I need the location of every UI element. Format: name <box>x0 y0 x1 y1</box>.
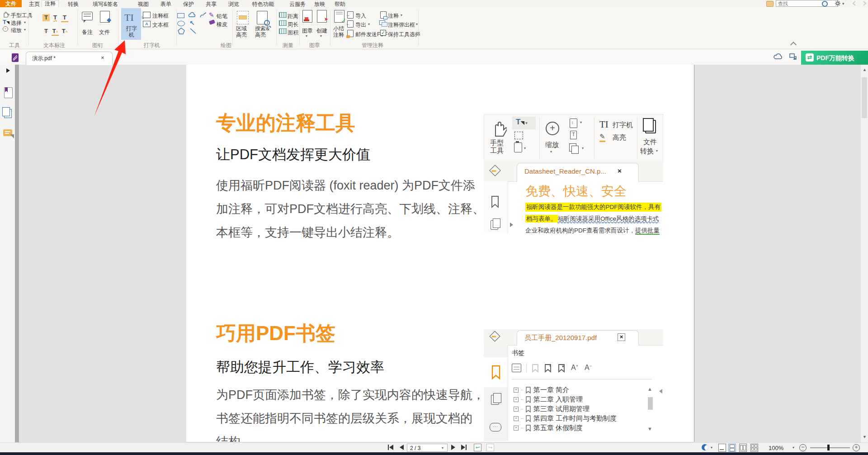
next-page-button[interactable] <box>451 445 455 450</box>
menu-fill-sign[interactable]: 填写&签名 <box>93 0 118 8</box>
export-dropdown-icon[interactable]: ▾ <box>368 22 370 26</box>
shot1-mini-sidebar <box>484 181 508 234</box>
hand-tool-button[interactable]: 手型工具 <box>11 12 33 19</box>
typewriter-label: 打字机 <box>124 25 139 38</box>
highlight-text-icon[interactable]: T <box>42 14 50 21</box>
shot1-line3a: 企业和政府机构的PDF查看需求而设计， <box>525 227 635 234</box>
history-back-forward-icons[interactable] <box>852 1 867 6</box>
next-view-button[interactable]: ↪ <box>486 444 494 451</box>
hand-tool-icon <box>2 11 9 18</box>
find-input[interactable] <box>776 0 838 7</box>
polyline-pen-icon[interactable] <box>199 12 207 19</box>
menu-home[interactable]: 主页 <box>29 0 40 8</box>
pencil-button[interactable]: 铅笔 <box>217 13 227 20</box>
comments-dropdown-icon[interactable]: ▾ <box>401 13 402 17</box>
menu-share[interactable]: 共享 <box>206 0 217 8</box>
zoom-in-button[interactable]: + <box>853 444 860 451</box>
cloud-doc-icon[interactable] <box>773 52 784 61</box>
strikeout-text-icon[interactable]: T <box>42 28 50 35</box>
menu-features[interactable]: 特色功能 <box>252 0 274 8</box>
comments-panel-icon[interactable] <box>3 129 12 136</box>
zoom-slider-handle[interactable] <box>827 445 830 450</box>
scroll-up-icon[interactable]: ▲ <box>863 67 867 72</box>
keep-tool-label[interactable]: 保持工具选择 <box>388 31 420 38</box>
page-number-box[interactable]: 2 / 3 ▾ <box>407 444 448 452</box>
line-shape-icon[interactable] <box>189 28 197 34</box>
eraser-button[interactable]: 橡皮 <box>217 21 227 28</box>
menu-help[interactable]: 帮助 <box>335 0 345 8</box>
continuous-view-button-active[interactable] <box>728 444 736 452</box>
single-page-view-button[interactable] <box>718 444 726 452</box>
zoom-dropdown-icon[interactable]: ▾ <box>793 446 794 450</box>
sidebar-splitter[interactable] <box>15 65 19 442</box>
perimeter-button[interactable]: 周长 <box>288 21 298 28</box>
select-dropdown-icon[interactable]: ▾ <box>24 20 26 24</box>
stamp-dropdown-icon[interactable]: ▾ <box>306 34 307 38</box>
import-button[interactable]: 导入 <box>355 12 366 20</box>
view-mode-dropdown-icon[interactable]: ▾ <box>711 446 712 450</box>
menu-convert[interactable]: 转换 <box>68 0 79 8</box>
pentagon-shape-icon[interactable] <box>178 28 185 34</box>
bottom-edge-strip <box>0 452 868 455</box>
expand-panel-icon[interactable] <box>6 68 10 73</box>
last-page-button[interactable] <box>461 445 465 450</box>
popup-note-dropdown-icon[interactable]: ▾ <box>416 22 418 26</box>
pages-panel-icon[interactable] <box>4 109 12 118</box>
menu-file-button[interactable]: 文件 <box>0 0 22 7</box>
gear-icon[interactable]: ▾ <box>835 0 845 6</box>
summary-comments-button[interactable]: 小结注释 <box>333 25 347 38</box>
first-page-button[interactable] <box>389 445 393 450</box>
rectangle-shape-icon[interactable] <box>177 13 184 18</box>
menu-present[interactable]: 放映 <box>314 0 325 8</box>
menu-view[interactable]: 视图 <box>138 0 149 8</box>
shot2-scroll-up-icon: ▲ <box>647 386 652 392</box>
search-highlight-button[interactable]: 搜索&高亮 <box>255 25 269 38</box>
zoom-out-button[interactable]: − <box>799 444 807 451</box>
zoom-slider-track[interactable] <box>810 447 850 448</box>
document-tab[interactable]: 演示.pdf * × <box>26 52 113 65</box>
vertical-scrollbar[interactable]: ▲ ▼ <box>860 65 868 442</box>
menu-cloud[interactable]: 云服务 <box>289 0 306 8</box>
comments-button[interactable]: 注释 <box>388 12 399 20</box>
keep-tool-checkbox[interactable]: ✓ <box>380 30 386 36</box>
pdf-convert-button[interactable]: ⇄ PDF万能转换 <box>801 51 868 65</box>
textbox-button[interactable]: 文本框 <box>152 21 169 29</box>
page-dropdown-icon[interactable]: ▾ <box>442 446 443 450</box>
menu-form[interactable]: 表单 <box>160 0 171 8</box>
prev-page-button[interactable] <box>400 445 404 450</box>
area-measure-button[interactable]: 面积 <box>288 29 298 37</box>
underline-text-icon[interactable]: T <box>61 14 68 22</box>
arrow-shape-icon[interactable]: ↖ <box>189 19 195 27</box>
cloud-shape-icon[interactable] <box>188 12 197 18</box>
replace-text-icon[interactable]: T˄ <box>52 28 59 36</box>
find-icon[interactable] <box>766 1 774 7</box>
zoom-dropdown-icon[interactable]: ▾ <box>24 28 26 32</box>
continuous-facing-view-button[interactable] <box>750 444 758 452</box>
bookmarks-panel-icon[interactable] <box>4 87 13 98</box>
squiggly-underline-icon[interactable]: T <box>52 14 59 21</box>
eye-protect-mode-icon[interactable] <box>702 444 708 450</box>
export-button[interactable]: 导出 <box>355 21 366 29</box>
typewriter-button-selected[interactable]: TI 打字机 <box>121 8 141 40</box>
import-doc-icon[interactable] <box>788 52 797 61</box>
scroll-thumb[interactable] <box>862 77 867 118</box>
scroll-down-icon[interactable]: ▼ <box>863 435 867 439</box>
facing-view-button[interactable] <box>739 444 747 452</box>
select-tool-button[interactable]: 选择 <box>11 19 22 27</box>
insert-text-icon[interactable]: T˄ <box>61 28 68 35</box>
create-stamp-dropdown-icon[interactable]: ▾ <box>320 34 322 38</box>
note-button[interactable]: 备注 <box>82 28 93 36</box>
zoom-tool-button[interactable]: 缩放 <box>11 27 22 34</box>
distance-button[interactable]: 距离 <box>288 13 298 20</box>
area-highlight-button[interactable]: 区域高亮 <box>236 25 250 38</box>
close-tab-icon[interactable]: × <box>101 54 104 61</box>
collapse-ribbon-icon[interactable] <box>790 42 797 48</box>
oval-shape-icon[interactable] <box>177 21 185 26</box>
popup-note-button[interactable]: 注释弹出框 <box>388 21 415 29</box>
callout-button[interactable]: 注释框 <box>152 12 169 20</box>
file-attach-button[interactable]: 文件 <box>99 28 110 36</box>
menu-protect[interactable]: 保护 <box>183 0 194 8</box>
menu-comment-active[interactable]: 注释 <box>42 0 59 7</box>
menu-browse[interactable]: 浏览 <box>228 0 239 8</box>
previous-view-button[interactable]: ↩ <box>474 444 481 451</box>
